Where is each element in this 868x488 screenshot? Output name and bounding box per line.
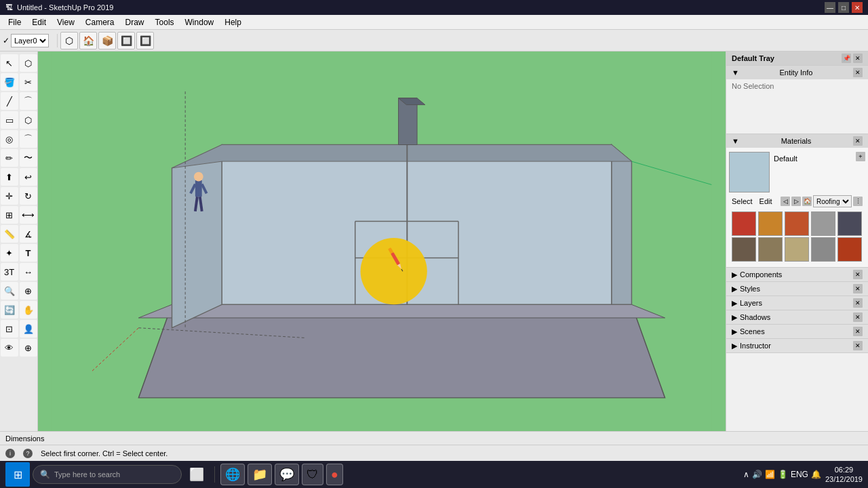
- menu-item-camera[interactable]: Camera: [80, 16, 120, 28]
- material-swatch-terracotta[interactable]: [785, 211, 809, 236]
- menu-item-view[interactable]: View: [52, 16, 80, 28]
- polygon-tool[interactable]: ⬡: [20, 111, 37, 129]
- line-tool[interactable]: ╱: [1, 92, 18, 110]
- menu-item-window[interactable]: Window: [180, 16, 220, 28]
- viewport[interactable]: [38, 52, 726, 431]
- entity-info-header[interactable]: ▼ Entity Info ✕: [726, 66, 868, 79]
- security-app-button[interactable]: 🛡: [302, 464, 323, 485]
- follow-me-tool[interactable]: ↩: [20, 168, 37, 186]
- shadows-section[interactable]: ▶ Shadows ✕: [726, 310, 868, 325]
- instructor-close-button[interactable]: ✕: [853, 341, 863, 350]
- material-create-button[interactable]: +: [856, 152, 865, 161]
- material-category-select[interactable]: Roofing: [813, 195, 852, 207]
- styles-section[interactable]: ▶ Styles ✕: [726, 282, 868, 296]
- paint-tool[interactable]: 🪣: [1, 73, 18, 91]
- tray-pin-button[interactable]: 📌: [842, 54, 851, 63]
- section-plane-tool[interactable]: ⊡: [1, 320, 18, 338]
- network-icon[interactable]: 📶: [765, 470, 775, 479]
- menu-item-tools[interactable]: Tools: [150, 16, 180, 28]
- battery-icon[interactable]: 🔋: [778, 470, 788, 479]
- layers-button[interactable]: 🔲: [136, 32, 154, 49]
- components-section[interactable]: ▶ Components ✕: [726, 268, 868, 282]
- pan-tool[interactable]: ✋: [20, 301, 37, 319]
- layers-close-button[interactable]: ✕: [853, 298, 863, 308]
- menu-item-help[interactable]: Help: [219, 16, 247, 28]
- materials-close-button[interactable]: ✕: [853, 136, 863, 146]
- component-tool[interactable]: ⬡: [20, 54, 37, 72]
- mat-prev-button[interactable]: ◁: [781, 197, 790, 206]
- system-clock[interactable]: 06:29 23/12/2019: [825, 465, 863, 485]
- zoom-tool[interactable]: 🔍: [1, 282, 18, 300]
- shadows-close-button[interactable]: ✕: [853, 312, 863, 322]
- rectangle-tool[interactable]: ▭: [1, 111, 18, 129]
- material-swatch-gray-metal[interactable]: [811, 211, 835, 236]
- select-tool[interactable]: ↖: [1, 54, 18, 72]
- offset-tool[interactable]: ⟷: [20, 206, 37, 224]
- axes-tool[interactable]: ✦: [1, 244, 18, 262]
- layer-dropdown[interactable]: Layer0: [11, 34, 49, 47]
- styles-button[interactable]: 🔲: [117, 32, 135, 49]
- material-swatch-brown-shake[interactable]: [732, 237, 756, 262]
- components-browser-button[interactable]: 📦: [98, 32, 116, 49]
- text-tool[interactable]: T: [20, 244, 37, 262]
- speaker-icon[interactable]: 🔊: [752, 470, 762, 479]
- explorer-app-button[interactable]: 📁: [248, 464, 272, 485]
- scenes-close-button[interactable]: ✕: [853, 327, 863, 336]
- material-swatch-orange-tile[interactable]: [758, 211, 783, 236]
- up-arrow-icon[interactable]: ∧: [743, 470, 749, 479]
- material-swatch-dark-terracotta[interactable]: [837, 237, 862, 262]
- 3dtext-tool[interactable]: 3T: [1, 263, 18, 281]
- layers-section[interactable]: ▶ Layers ✕: [726, 296, 868, 310]
- push-pull-tool[interactable]: ⬆: [1, 168, 18, 186]
- erase-tool[interactable]: ✂: [20, 73, 37, 91]
- instructor-section[interactable]: ▶ Instructor ✕: [726, 339, 868, 353]
- notification-icon[interactable]: 🔔: [811, 470, 821, 479]
- scale-tool[interactable]: ⊞: [1, 206, 18, 224]
- mat-details-button[interactable]: ⋮: [853, 197, 863, 206]
- material-swatch-red-roof[interactable]: [732, 211, 756, 236]
- chat-app-button[interactable]: 💬: [275, 464, 299, 485]
- protractor-tool[interactable]: ∡: [20, 225, 37, 243]
- maximize-button[interactable]: □: [838, 2, 849, 13]
- menu-item-file[interactable]: File: [3, 16, 26, 28]
- arc2-tool[interactable]: ⌒: [20, 130, 37, 148]
- menu-item-draw[interactable]: Draw: [120, 16, 150, 28]
- minimize-button[interactable]: —: [825, 2, 835, 13]
- look-around-tool[interactable]: 👁: [1, 339, 18, 357]
- start-button[interactable]: ⊞: [5, 462, 30, 487]
- pencil-tool[interactable]: ✏: [1, 149, 18, 167]
- components-button[interactable]: ⬡: [60, 32, 78, 49]
- components-close-button[interactable]: ✕: [853, 270, 863, 279]
- mat-next-button[interactable]: ▷: [791, 197, 801, 206]
- tray-close-button[interactable]: ✕: [853, 54, 863, 63]
- menu-item-edit[interactable]: Edit: [26, 16, 52, 28]
- move-tool[interactable]: ✛: [1, 187, 18, 205]
- info-icon[interactable]: i: [5, 449, 15, 458]
- question-icon[interactable]: ?: [23, 449, 33, 458]
- scenes-section[interactable]: ▶ Scenes ✕: [726, 325, 868, 339]
- styles-close-button[interactable]: ✕: [853, 284, 863, 293]
- material-swatch-tan-tile[interactable]: [758, 237, 783, 262]
- materials-header[interactable]: ▼ Materials ✕: [726, 134, 868, 148]
- material-swatch-dark-shingle[interactable]: [837, 211, 862, 236]
- freehand-tool[interactable]: 〜: [20, 149, 37, 167]
- taskbar-search[interactable]: 🔍 Type here to search: [33, 465, 182, 484]
- mat-home-button[interactable]: 🏠: [802, 197, 812, 206]
- get-models-button[interactable]: 🏠: [79, 32, 97, 49]
- close-button[interactable]: ✕: [852, 2, 863, 13]
- entity-info-close-button[interactable]: ✕: [853, 68, 863, 77]
- task-view-button[interactable]: ⬜: [184, 462, 209, 487]
- edge-app-button[interactable]: 🌐: [220, 464, 245, 485]
- dimension-tool[interactable]: ↔: [20, 263, 37, 281]
- zoom-ext-tool[interactable]: ⊕: [20, 282, 37, 300]
- position-camera-tool[interactable]: ⊕: [20, 339, 37, 357]
- orbit-tool[interactable]: 🔄: [1, 301, 18, 319]
- material-swatch-gray-tile[interactable]: [811, 237, 835, 262]
- circle-tool[interactable]: ◎: [1, 130, 18, 148]
- tape-tool[interactable]: 📏: [1, 225, 18, 243]
- rotate-tool[interactable]: ↻: [20, 187, 37, 205]
- material-swatch-light-tile[interactable]: [785, 237, 809, 262]
- walk-tool[interactable]: 👤: [20, 320, 37, 338]
- arc-tool[interactable]: ⌒: [20, 92, 37, 110]
- app5-button[interactable]: ●: [326, 464, 343, 485]
